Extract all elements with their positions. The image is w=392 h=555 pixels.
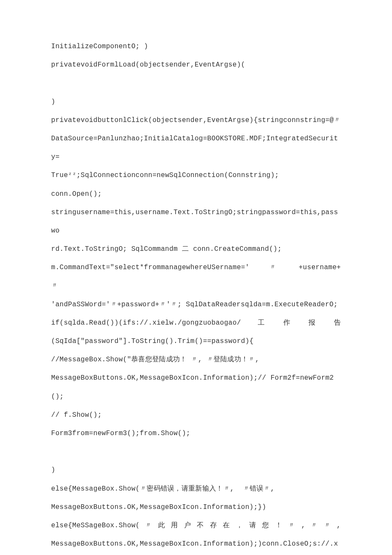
code-line: stringusername=this,username.Text.ToStri… [51, 203, 341, 240]
code-line: Trueᶻᶻ;SqlConnectionconn=newSqlConnectio… [51, 166, 341, 185]
code-line: InitializeComponentO; ) [51, 38, 341, 56]
code-line: else{MessageBox.Show(〃密码错误，请重新输入！〃, 〃错误〃… [51, 480, 341, 498]
code-block: InitializeComponentO; )privatevoidFormlL… [51, 38, 341, 555]
code-line: else{MeSSageBox.Show( 〃 此 用 户 不 存 在 ， 请 … [51, 517, 341, 535]
code-line: (SqIda["password"].ToString().Trim()==pa… [51, 332, 341, 351]
code-line: Form3from=newForm3();from.Show(); [51, 424, 341, 443]
code-line: ) [51, 461, 341, 479]
code-line: ) [51, 93, 341, 111]
code-line: //MessageBox.Show("恭喜您登陆成功！ 〃, 〃登陆成功！〃, [51, 351, 341, 369]
code-line: privatevoidbuttonlClick(objectsender,Eve… [51, 111, 341, 130]
code-line: rd.Text.ToStringO; SqlCommandm 二 conn.Cr… [51, 240, 341, 259]
code-line: DataSource=Panlunzhao;InitialCatalog=BOO… [51, 130, 341, 166]
code-line: if(sqlda.Read())(ifs://.xielw./gongzuoba… [51, 314, 341, 332]
code-line: MessageBoxButtons.OK,MessageBoxIcon.Info… [51, 535, 341, 555]
code-line [51, 443, 341, 461]
code-line: 'andPaSSWord='〃+password+〃'〃; SqlDataRea… [51, 296, 341, 314]
document-page: InitializeComponentO; )privatevoidFormlL… [0, 0, 392, 555]
code-line: conn.Open(); [51, 185, 341, 203]
code-line [51, 74, 341, 93]
code-line: m.CommandText="select*frommanagewhereUSe… [51, 259, 341, 295]
code-line: privatevoidFormlLoad(objectsender,EventA… [51, 56, 341, 74]
code-line: MessageBoxButtons.OK,MessageBoxIcon.Info… [51, 498, 341, 517]
code-line: // f.Show(); [51, 406, 341, 424]
code-line: MessageBoxButtons.OK,MessageBoxIcon.Info… [51, 369, 341, 406]
